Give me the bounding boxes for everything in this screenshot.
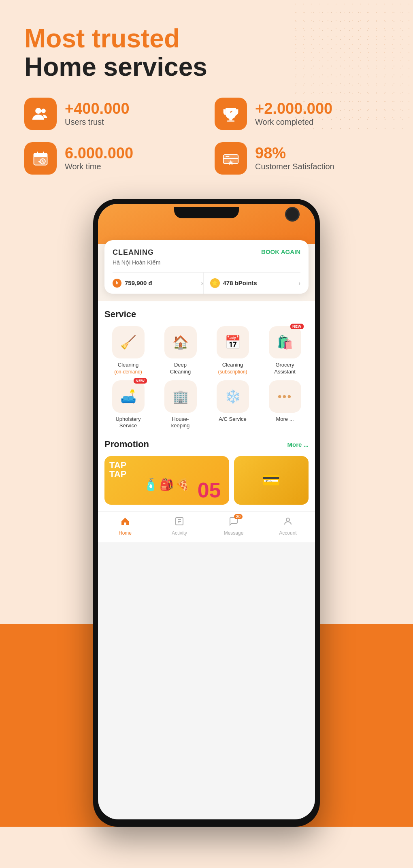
svg-point-10 [38, 161, 40, 162]
trophy-icon [215, 98, 247, 130]
calendar-icon [24, 142, 57, 175]
services-grid: 🧹 Cleaning(on-demand) 🏠 DeepCleaning 📅 [104, 326, 309, 430]
booking-card: CLEANING BOOK AGAIN Hà Nội Hoàn Kiếm b 7… [104, 240, 309, 294]
work-time-label: Work time [65, 162, 133, 171]
housekeeping-label: House-keeping [171, 416, 190, 430]
nav-home-label: Home [119, 530, 132, 536]
nav-message[interactable]: 20 Message [219, 516, 248, 536]
stat-work-completed: +2.000.000 Work completed [215, 98, 389, 130]
stat-users: +400.000 Users trust [24, 98, 198, 130]
nav-activity[interactable]: Activity [165, 516, 194, 536]
service-more[interactable]: ••• More ... [261, 380, 309, 430]
deep-cleaning-icon-wrap: 🏠 [164, 326, 197, 358]
svg-rect-3 [227, 120, 234, 122]
phone-outer: CLEANING BOOK AGAIN Hà Nội Hoàn Kiếm b 7… [93, 199, 320, 827]
cleaning-ondemand-icon-wrap: 🧹 [112, 326, 145, 358]
upholstery-label: UpholsteryService [115, 416, 141, 430]
nav-account[interactable]: Account [274, 516, 302, 536]
message-icon: 20 [229, 516, 238, 529]
phone-notch [174, 207, 239, 218]
nav-home[interactable]: Home [111, 516, 139, 536]
account-icon [283, 516, 293, 529]
promo-header: Promotion More ... [104, 439, 309, 450]
phone-screen: CLEANING BOOK AGAIN Hà Nội Hoàn Kiếm b 7… [98, 204, 315, 819]
satisfaction-label: Customer Satisfaction [255, 162, 334, 171]
work-completed-number: +2.000.000 [255, 100, 332, 117]
service-cleaning-subscription[interactable]: 📅 Cleaning(subscription) [209, 326, 256, 375]
bpoints-icon: ⭐ [210, 278, 220, 288]
cleaning-subscription-label: Cleaning(subscription) [218, 362, 247, 375]
taptap-logo: TAPTAP [109, 461, 126, 479]
new-badge-grocery: NEW [290, 324, 304, 329]
nav-message-label: Message [224, 530, 244, 536]
deep-cleaning-label: DeepCleaning [170, 362, 191, 375]
svg-rect-6 [34, 153, 47, 157]
bottom-nav: Home Activity [98, 511, 315, 542]
ac-icon-wrap: ❄️ [217, 380, 249, 413]
ac-label: A/C Service [219, 416, 247, 423]
booking-title: CLEANING [113, 248, 154, 257]
grocery-label: GroceryAssistant [274, 362, 296, 375]
headline-trusted: Most trusted [24, 24, 389, 53]
promo-card-gold[interactable]: 💳 [234, 456, 309, 505]
service-ac[interactable]: ❄️ A/C Service [209, 380, 256, 430]
phone-wrapper: CLEANING BOOK AGAIN Hà Nội Hoàn Kiếm b 7… [0, 191, 413, 827]
headline-services: Home services [24, 53, 389, 81]
promotion-section: Promotion More ... TAPTAP 🧴 🎒 🍕 05 [104, 433, 309, 511]
nav-activity-label: Activity [172, 530, 187, 536]
svg-rect-2 [229, 119, 232, 121]
stats-grid: +400.000 Users trust +2.000.000 Work [24, 98, 389, 175]
services-section-title: Service [104, 301, 309, 326]
phone-camera [285, 207, 300, 222]
work-completed-label: Work completed [255, 117, 332, 127]
satisfaction-number: 98% [255, 145, 334, 162]
book-again-button[interactable]: BOOK AGAIN [261, 248, 300, 255]
promo-items: 🧴 🎒 🍕 [144, 478, 189, 491]
dot-pattern-decoration [292, 8, 405, 130]
promo-more-button[interactable]: More ... [287, 441, 309, 448]
more-label: More ... [276, 416, 294, 423]
home-icon [120, 516, 130, 529]
nav-account-label: Account [279, 530, 296, 536]
svg-point-19 [286, 518, 290, 521]
cleaning-subscription-icon-wrap: 📅 [217, 326, 249, 358]
top-section: Most trusted Home services +400.000 User… [0, 0, 413, 191]
phone-content: Service 🧹 Cleaning(on-demand) 🏠 DeepClea [98, 301, 315, 512]
new-badge-upholstery: NEW [134, 378, 147, 384]
promo-card-taptap[interactable]: TAPTAP 🧴 🎒 🍕 05 [104, 456, 229, 505]
stat-satisfaction: 98% Customer Satisfaction [215, 142, 389, 175]
service-grocery-assistant[interactable]: NEW 🛍️ GroceryAssistant [261, 326, 309, 375]
grocery-icon-wrap: NEW 🛍️ [269, 326, 301, 358]
promo-title: Promotion [104, 439, 149, 450]
stat-work-time: 6.000.000 Work time [24, 142, 198, 175]
cleaning-ondemand-label: Cleaning(on-demand) [114, 362, 142, 375]
service-upholstery[interactable]: NEW 🛋️ UpholsteryService [104, 380, 152, 430]
service-housekeeping[interactable]: 🏢 House-keeping [157, 380, 204, 430]
svg-point-1 [41, 109, 46, 113]
housekeeping-icon-wrap: 🏢 [164, 380, 197, 413]
activity-icon [175, 516, 184, 529]
users-number: +400.000 [65, 100, 130, 117]
service-deep-cleaning[interactable]: 🏠 DeepCleaning [157, 326, 204, 375]
users-icon [24, 98, 57, 130]
booking-price: b 759,900 đ › [113, 273, 204, 294]
more-icon-wrap: ••• [269, 380, 301, 413]
service-cleaning-ondemand[interactable]: 🧹 Cleaning(on-demand) [104, 326, 152, 375]
star-icon [215, 142, 247, 175]
promo-cards: TAPTAP 🧴 🎒 🍕 05 💳 [104, 456, 309, 505]
users-label: Users trust [65, 117, 130, 127]
promo-number: 05 [198, 480, 221, 501]
svg-point-0 [35, 108, 41, 114]
booking-location: Hà Nội Hoàn Kiếm [113, 259, 300, 266]
upholstery-icon-wrap: NEW 🛋️ [112, 380, 145, 413]
work-time-number: 6.000.000 [65, 145, 133, 162]
coin-icon: b [113, 279, 121, 288]
booking-points: ⭐ 478 bPoints › [204, 273, 301, 294]
message-badge: 20 [234, 514, 243, 519]
